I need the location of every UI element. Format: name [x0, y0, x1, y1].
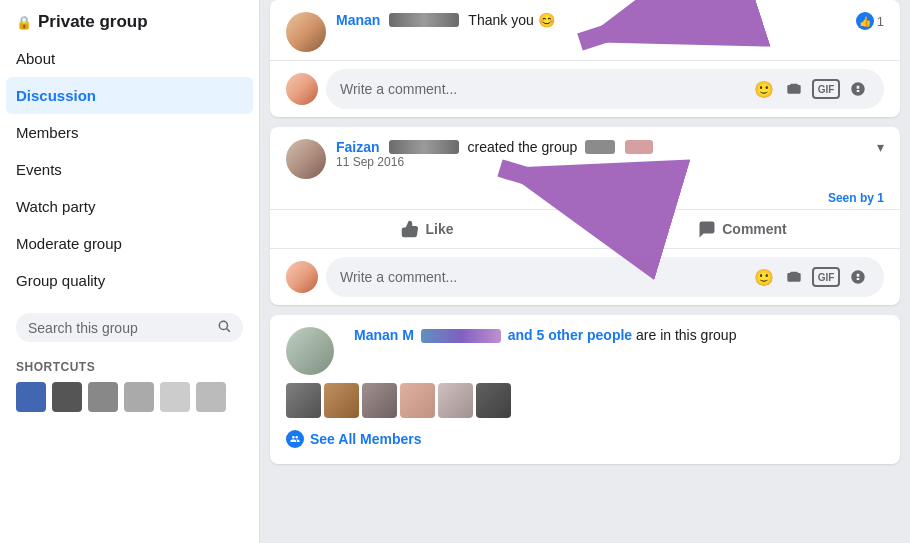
comment-icons-1: 🙂 GIF	[752, 77, 870, 101]
reaction-count: 1	[877, 14, 884, 29]
main-content: Manan Thank you 😊 👍 1 Write a comment...…	[260, 0, 910, 543]
member-author-blurred	[421, 329, 501, 343]
search-icon	[217, 319, 231, 336]
shortcuts-items	[16, 382, 243, 412]
comment-placeholder-1: Write a comment...	[340, 81, 457, 97]
seen-by: Seen by 1	[270, 187, 900, 209]
sidebar-item-watch-party[interactable]: Watch party	[0, 188, 259, 225]
post-action-2: created the group	[468, 139, 578, 155]
commenter-avatar-2	[286, 261, 318, 293]
sidebar-item-about[interactable]: About	[0, 40, 259, 77]
sticker-icon-1[interactable]	[846, 77, 870, 101]
commenter-avatar-1	[286, 73, 318, 105]
member-avatar-2	[324, 383, 359, 418]
camera-icon-2[interactable]	[782, 265, 806, 289]
author-blurred-1	[389, 13, 459, 27]
member-suffix: are in this group	[636, 327, 736, 343]
member-post: Manan M and 5 other people are in this g…	[270, 315, 900, 464]
post-header-info-2: Faizan created the group 11 Sep 2016	[336, 139, 867, 169]
shortcut-item-5[interactable]	[160, 382, 190, 412]
member-author: Manan M	[354, 327, 414, 343]
sidebar-item-moderate-group[interactable]: Moderate group	[0, 225, 259, 262]
member-avatar-6	[476, 383, 511, 418]
member-avatars-row	[286, 383, 884, 418]
post-action-1: Thank you 😊	[468, 12, 554, 28]
post-header-3: Manan M and 5 other people are in this g…	[286, 327, 884, 375]
post-header-info-1: Manan Thank you 😊	[336, 12, 846, 28]
like-button-2[interactable]: Like	[270, 214, 585, 244]
blurred-block-1	[585, 140, 615, 154]
post-top-2: Faizan created the group 11 Sep 2016 ▾	[270, 127, 900, 179]
shortcut-item-2[interactable]	[52, 382, 82, 412]
private-group-title: Private group	[38, 12, 148, 32]
member-avatar-4	[400, 383, 435, 418]
shortcuts-label: Shortcuts	[16, 360, 243, 374]
reaction-like-icon: 👍	[856, 12, 874, 30]
post-top-1: Manan Thank you 😊 👍 1	[270, 0, 900, 52]
camera-icon-1[interactable]	[782, 77, 806, 101]
shortcut-item-6[interactable]	[196, 382, 226, 412]
search-group-input[interactable]	[28, 320, 209, 336]
comment-placeholder-2: Write a comment...	[340, 269, 457, 285]
sidebar-nav: About Discussion Members Events Watch pa…	[0, 40, 259, 299]
comment-input-box-1[interactable]: Write a comment... 🙂 GIF	[326, 69, 884, 109]
post-card-1: Manan Thank you 😊 👍 1 Write a comment...…	[270, 0, 900, 117]
search-group-input-wrapper[interactable]	[16, 313, 243, 342]
shortcut-item-1[interactable]	[16, 382, 46, 412]
sidebar-header: 🔒 Private group	[0, 0, 259, 40]
gif-icon-2[interactable]: GIF	[812, 267, 840, 287]
search-group-container	[0, 303, 259, 352]
sidebar-item-members[interactable]: Members	[0, 114, 259, 151]
comment-input-row-1: Write a comment... 🙂 GIF	[270, 60, 900, 117]
post-meta-row-1: Manan Thank you 😊	[336, 12, 846, 28]
svg-line-1	[227, 329, 230, 332]
post-card-2: Faizan created the group 11 Sep 2016 ▾ S…	[270, 127, 900, 305]
action-buttons-row-2: Like Comment	[270, 209, 900, 248]
post-author-2: Faizan	[336, 139, 380, 155]
post-header-1: Manan Thank you 😊 👍 1	[286, 12, 884, 52]
member-avatar-3	[362, 383, 397, 418]
see-all-members-label: See All Members	[310, 431, 422, 447]
shortcut-item-4[interactable]	[124, 382, 154, 412]
comment-input-box-2[interactable]: Write a comment... 🙂 GIF	[326, 257, 884, 297]
emoji-icon-1[interactable]: 🙂	[752, 77, 776, 101]
post-card-3: Manan M and 5 other people are in this g…	[270, 315, 900, 464]
sidebar: 🔒 Private group About Discussion Members…	[0, 0, 260, 543]
shortcuts-section: Shortcuts	[0, 352, 259, 416]
sticker-icon-2[interactable]	[846, 265, 870, 289]
reaction-badge: 👍 1	[856, 12, 884, 30]
avatar-1	[286, 12, 326, 52]
dropdown-icon-2[interactable]: ▾	[877, 139, 884, 155]
post-author-1: Manan	[336, 12, 380, 28]
shortcut-item-3[interactable]	[88, 382, 118, 412]
see-all-members-button[interactable]: See All Members	[286, 426, 422, 452]
member-post-text: Manan M and 5 other people are in this g…	[354, 327, 736, 343]
blurred-block-2	[625, 140, 653, 154]
see-all-members-icon	[286, 430, 304, 448]
sidebar-item-group-quality[interactable]: Group quality	[0, 262, 259, 299]
member-others-text: and 5 other people	[508, 327, 636, 343]
author-blurred-2	[389, 140, 459, 154]
member-avatar-1	[286, 383, 321, 418]
comment-icons-2: 🙂 GIF	[752, 265, 870, 289]
post-header-2: Faizan created the group 11 Sep 2016 ▾	[286, 139, 884, 179]
avatar-3	[286, 327, 334, 375]
lock-icon: 🔒	[16, 15, 32, 30]
svg-point-0	[219, 321, 227, 329]
post-date-2: 11 Sep 2016	[336, 155, 867, 169]
sidebar-item-discussion[interactable]: Discussion	[0, 77, 259, 114]
comment-input-row-2: Write a comment... 🙂 GIF	[270, 248, 900, 305]
sidebar-item-events[interactable]: Events	[0, 151, 259, 188]
avatar-2	[286, 139, 326, 179]
post-meta-row-2: Faizan created the group	[336, 139, 867, 155]
gif-icon-1[interactable]: GIF	[812, 79, 840, 99]
member-avatar-5	[438, 383, 473, 418]
emoji-icon-2[interactable]: 🙂	[752, 265, 776, 289]
comment-button-2[interactable]: Comment	[585, 214, 900, 244]
